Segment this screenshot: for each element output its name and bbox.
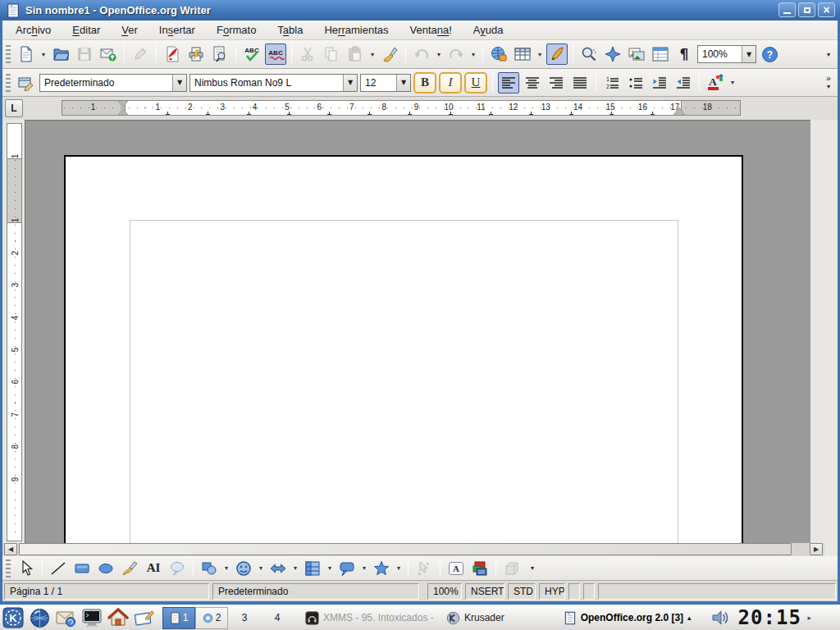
workspace-1[interactable]: 1 <box>162 607 195 629</box>
page-style-cell[interactable]: Predeterminado <box>212 583 419 600</box>
increase-indent-button[interactable] <box>673 72 694 94</box>
redo-dropdown[interactable]: ▾ <box>469 43 477 65</box>
save-button[interactable] <box>74 43 95 65</box>
bullet-list-button[interactable] <box>625 72 646 94</box>
home-launcher[interactable] <box>106 606 130 629</box>
titlebar[interactable]: Sin nombre1 - OpenOffice.org Writer × <box>0 0 840 21</box>
mail-launcher[interactable] <box>53 606 78 629</box>
callouts-button[interactable] <box>336 558 358 579</box>
tab-type-button[interactable]: L <box>5 99 23 117</box>
scroll-right-button[interactable]: ▶ <box>810 543 823 555</box>
export-pdf-button[interactable] <box>162 43 183 65</box>
basic-shapes-dropdown[interactable]: ▾ <box>222 558 231 579</box>
task-krusader[interactable]: Krusader <box>441 607 509 629</box>
page-number-cell[interactable]: Página 1 / 1 <box>4 583 209 600</box>
redo-button[interactable] <box>445 43 467 65</box>
extrusion-button[interactable] <box>501 558 523 579</box>
insert-from-file-button[interactable] <box>469 558 491 579</box>
undo-dropdown[interactable]: ▾ <box>435 43 443 65</box>
undo-button[interactable] <box>411 43 432 65</box>
page[interactable] <box>64 155 743 543</box>
underline-button[interactable]: U <box>464 72 487 94</box>
rectangle-button[interactable] <box>71 558 93 579</box>
align-right-button[interactable] <box>546 72 567 94</box>
minimize-button[interactable] <box>778 2 796 17</box>
menu-formato[interactable]: Formato <box>208 21 264 39</box>
menu-ventana[interactable]: Ventana! <box>402 21 460 39</box>
menu-ver[interactable]: Ver <box>113 21 146 39</box>
help-button[interactable]: ? <box>759 43 780 65</box>
align-center-button[interactable] <box>522 72 543 94</box>
hyperlink-mode-cell[interactable]: HYP <box>539 583 565 600</box>
ellipse-button[interactable] <box>95 558 116 579</box>
page-preview-button[interactable] <box>209 43 231 65</box>
menu-archivo[interactable]: Archivo <box>7 21 59 39</box>
decrease-indent-button[interactable] <box>649 72 670 94</box>
find-replace-button[interactable] <box>578 43 600 65</box>
block-arrows-button[interactable] <box>267 558 289 579</box>
zoom-cell[interactable]: 100% <box>427 583 462 600</box>
copy-button[interactable] <box>321 43 342 65</box>
toolbar-overflow-button[interactable]: ▾ <box>823 51 834 58</box>
formatting-marks-button[interactable]: ¶ <box>673 43 695 65</box>
document-canvas[interactable]: ▲ ▼ ▲▲ ▼▼ <box>25 120 810 543</box>
maximize-button[interactable] <box>798 2 815 17</box>
toolbar-overflow-button[interactable]: ▾ <box>527 564 538 572</box>
volume-button[interactable] <box>708 606 733 629</box>
font-size-combobox[interactable]: 12 ▼ <box>360 74 411 92</box>
align-left-button[interactable] <box>498 72 519 94</box>
font-name-dropdown[interactable]: ▼ <box>343 75 357 91</box>
selection-mode-cell[interactable]: STD <box>508 583 536 600</box>
bold-button[interactable]: B <box>413 72 436 94</box>
stars-dropdown[interactable]: ▾ <box>395 558 403 579</box>
panel-hide-button[interactable]: ▸ <box>805 606 815 629</box>
new-document-dropdown[interactable]: ▾ <box>39 43 48 65</box>
menu-insertar[interactable]: Insertar <box>151 21 203 39</box>
font-color-dropdown[interactable]: ▾ <box>728 72 737 94</box>
insert-table-button[interactable] <box>512 43 533 65</box>
freeform-line-button[interactable] <box>119 558 140 579</box>
paragraph-style-dropdown[interactable]: ▼ <box>172 75 186 91</box>
hyperlink-button[interactable] <box>488 43 509 65</box>
edit-points-button[interactable] <box>413 558 435 579</box>
gallery-button[interactable] <box>626 43 647 65</box>
menu-editar[interactable]: Editar <box>64 21 108 39</box>
font-size-dropdown[interactable]: ▼ <box>396 75 410 91</box>
italic-button[interactable]: I <box>439 72 462 94</box>
font-name-combobox[interactable]: Nimbus Roman No9 L ▼ <box>189 74 358 92</box>
zoom-dropdown[interactable]: ▼ <box>742 46 756 62</box>
numbered-list-button[interactable]: 12 <box>601 72 623 94</box>
kmenu-button[interactable]: K <box>1 606 25 629</box>
email-button[interactable] <box>98 43 119 65</box>
toolbar-grip[interactable] <box>6 74 11 92</box>
browser-launcher[interactable] <box>27 606 52 629</box>
font-color-button[interactable]: A <box>705 72 726 94</box>
zoom-combobox[interactable]: 100% ▼ <box>697 45 756 63</box>
callouts-dropdown[interactable]: ▾ <box>360 558 368 579</box>
paragraph-style-combobox[interactable]: Predeterminado ▼ <box>39 74 187 92</box>
spellcheck-button[interactable]: ABC <box>241 43 262 65</box>
flowchart-dropdown[interactable]: ▾ <box>326 558 334 579</box>
menu-tabla[interactable]: Tabla <box>269 21 311 39</box>
workspace-2[interactable]: 2 <box>195 607 228 629</box>
stars-button[interactable] <box>371 558 392 579</box>
scroll-left-button[interactable]: ◀ <box>4 543 17 555</box>
paste-dropdown[interactable]: ▾ <box>368 43 377 65</box>
fontwork-button[interactable]: A <box>445 558 467 579</box>
workspace-3[interactable]: 3 <box>228 607 261 629</box>
right-indent-marker[interactable] <box>673 107 685 115</box>
close-button[interactable]: × <box>818 2 835 17</box>
symbol-shapes-dropdown[interactable]: ▾ <box>257 558 265 579</box>
notes-launcher[interactable] <box>132 606 157 629</box>
terminal-launcher[interactable] <box>80 606 104 629</box>
draw-functions-button[interactable] <box>546 43 568 65</box>
justify-button[interactable] <box>569 72 591 94</box>
menu-herramientas[interactable]: Herramientas <box>316 21 396 39</box>
vertical-callout-button[interactable] <box>167 558 188 579</box>
horizontal-scrollbar[interactable]: ◀ ▶ <box>2 543 824 556</box>
open-button[interactable] <box>50 43 71 65</box>
task-openoffice[interactable]: OpenOffice.org 2.0 [3] ▴ <box>559 607 696 629</box>
edit-file-button[interactable] <box>130 43 151 65</box>
flowchart-button[interactable] <box>302 558 323 579</box>
first-line-indent-marker[interactable] <box>118 101 128 107</box>
